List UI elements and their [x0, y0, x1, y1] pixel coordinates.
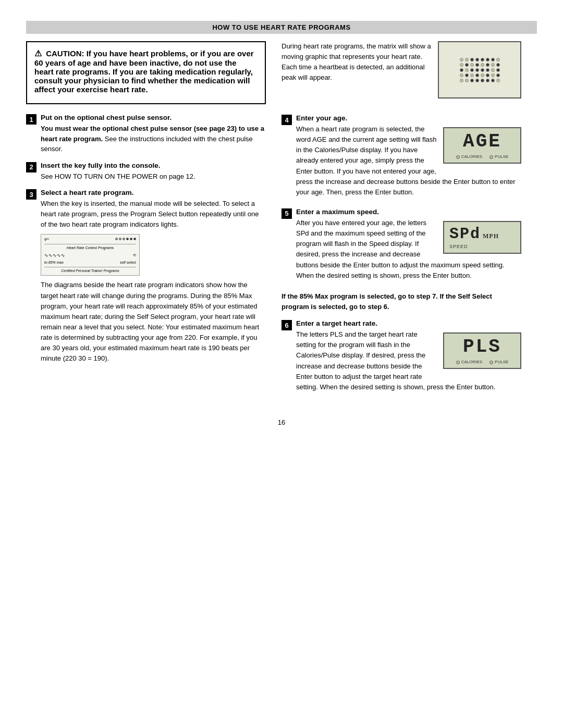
panel-label1: Heart Rate Control Programs: [67, 245, 114, 251]
step-number-3: 3: [26, 189, 36, 200]
step-3-body: When the key is inserted, the manual mod…: [41, 199, 266, 364]
age-display-digits: AGE: [463, 132, 501, 151]
age-lcd-display: AGE CALORIES PULSE: [443, 127, 521, 164]
step-4-title: Enter your age.: [296, 114, 521, 122]
age-display-labels: CALORIES PULSE: [456, 154, 509, 160]
pls-display-digits: PLS: [463, 338, 501, 356]
panel-label4: self select: [120, 260, 136, 266]
bold-intermediate-text: If the 85% Max program is selected, go t…: [282, 291, 521, 312]
page-number: 16: [26, 418, 537, 426]
pls-calories-indicator: [456, 361, 460, 364]
section-header: HOW TO USE HEART RATE PROGRAMS: [26, 21, 537, 34]
calories-indicator: [456, 155, 460, 159]
pls-pulse-indicator: [489, 361, 493, 364]
step-1-content: Put on the optional chest pulse sensor. …: [41, 114, 266, 154]
speed-display-digits: SPd MPH: [449, 226, 499, 242]
panel-dots-row1: [115, 238, 136, 240]
panel-label2: Certified Personal Trainer Programs: [61, 268, 119, 274]
step-1-title: Put on the optional chest pulse sensor.: [41, 114, 266, 121]
step-6: 6 Enter a target heart rate. PLS: [282, 319, 521, 396]
speed-lcd-display: SPd MPH SPEED: [443, 221, 521, 254]
control-panel-image: ψ= Heart: [41, 234, 140, 276]
step-1: 1 Put on the optional chest pulse sensor…: [26, 114, 266, 154]
speed-unit: MPH: [483, 233, 499, 239]
step-1-body: You must wear the optional chest pulse s…: [41, 124, 266, 154]
step-3: 3 Select a heart rate program. When the …: [26, 189, 266, 367]
step-6-body: PLS CALORIES PULSE: [296, 329, 521, 396]
step-number-1: 1: [26, 114, 36, 125]
step-number-4: 4: [282, 115, 292, 125]
step-2: 2 Insert the key fully into the console.…: [26, 162, 266, 182]
step-6-content: Enter a target heart rate. PLS CALORIES: [296, 319, 521, 396]
panel-label3: to 85% max: [44, 260, 64, 266]
speed-label: SPEED: [449, 243, 468, 251]
step-5-title: Enter a maximum speed.: [296, 208, 521, 216]
two-col-layout: ⚠ CAUTION: If you have heart problems, o…: [26, 41, 537, 403]
caution-title: ⚠ CAUTION: If you have heart problems, o…: [34, 48, 258, 94]
pls-lcd-display: PLS CALORIES PULSE: [443, 332, 521, 369]
matrix-display: [438, 41, 521, 98]
step-number-6: 6: [282, 320, 292, 330]
step-5: 5 Enter a maximum speed. SPd MPH SP: [282, 208, 521, 284]
right-col-top: During heart rate programs, the matrix w…: [282, 41, 521, 106]
step-number-2: 2: [26, 162, 36, 172]
panel-wave: ∿∿∿∿∿: [44, 252, 65, 260]
right-column: During heart rate programs, the matrix w…: [282, 41, 521, 403]
step-4-body: AGE CALORIES PULSE: [296, 124, 521, 201]
step-3-title: Select a heart rate program.: [41, 189, 266, 196]
warning-icon: ⚠: [34, 49, 42, 58]
step-4: 4 Enter your age. AGE CALORI: [282, 114, 521, 201]
step-6-title: Enter a target heart rate.: [296, 319, 521, 327]
step-3-content: Select a heart rate program. When the ke…: [41, 189, 266, 367]
caution-box: ⚠ CAUTION: If you have heart problems, o…: [26, 41, 266, 104]
page-container: HOW TO USE HEART RATE PROGRAMS ⚠ CAUTION…: [26, 21, 537, 426]
step-4-content: Enter your age. AGE CALORIES: [296, 114, 521, 201]
step-number-5: 5: [282, 208, 292, 219]
pulse-indicator: [489, 155, 493, 159]
pls-display-labels: CALORIES PULSE: [456, 359, 509, 365]
step-5-content: Enter a maximum speed. SPd MPH SPEED Aft…: [296, 208, 521, 284]
step-2-body: See HOW TO TURN ON THE POWER on page 12.: [41, 171, 266, 182]
step-2-title: Insert the key fully into the console.: [41, 162, 266, 169]
step-5-body: SPd MPH SPEED After you have entered you…: [296, 218, 521, 284]
left-column: ⚠ CAUTION: If you have heart problems, o…: [26, 41, 266, 403]
step-2-content: Insert the key fully into the console. S…: [41, 162, 266, 182]
